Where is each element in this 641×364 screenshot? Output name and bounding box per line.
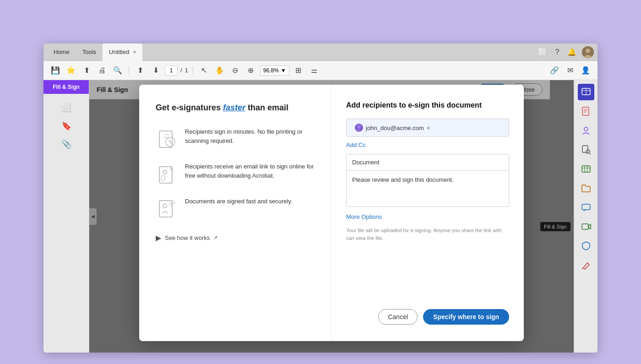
cursor-button[interactable]: ↖	[198, 64, 211, 77]
feature-text-1: Recipients sign in minutes. No file prin…	[185, 127, 315, 145]
zoom-select[interactable]: 96,8% ▼	[260, 65, 289, 76]
svg-rect-28	[582, 204, 590, 210]
shield-icon[interactable]	[578, 238, 594, 254]
save-button[interactable]: 💾	[49, 64, 62, 77]
fit-button[interactable]: ⊞	[292, 64, 305, 77]
svg-rect-30	[582, 224, 588, 229]
svg-rect-7	[159, 167, 172, 183]
svg-point-20	[584, 127, 588, 131]
bookmark-button[interactable]: ⭐	[65, 64, 77, 77]
page-input[interactable]: 1	[165, 65, 178, 76]
sidebar-attachment-icon[interactable]: 📎	[60, 138, 73, 151]
svg-point-12	[357, 125, 361, 129]
tab-bar: Home Tools Untitled × ⬜ ? 🔔	[43, 43, 598, 61]
recipient-field[interactable]: john_dou@acme.com ×	[346, 119, 509, 137]
svg-point-11	[163, 204, 167, 208]
zoom-out-button[interactable]: 🔍	[111, 64, 124, 77]
magnify-doc-icon[interactable]	[578, 141, 594, 158]
email-button[interactable]: ✉	[564, 64, 576, 77]
sidebar-pages-icon[interactable]: ⬜	[60, 101, 73, 114]
nav-up-button[interactable]: ⬆	[134, 64, 147, 77]
svg-line-23	[589, 153, 591, 154]
sidebar-bookmark-icon[interactable]: 🔖	[60, 120, 73, 132]
folder-icon[interactable]	[578, 180, 594, 196]
svg-rect-21	[582, 146, 588, 152]
left-sidebar-icons: ⬜ 🔖 📎	[43, 94, 89, 158]
modal-right-panel: Add recipients to e-sign this document j…	[331, 85, 524, 341]
left-sidebar: Fill & Sign ⬜ 🔖 📎	[43, 80, 89, 353]
modal-left-panel: Get e-signatures faster than email	[139, 85, 331, 341]
toolbar-right: 🔗 ✉ 👤	[548, 64, 592, 77]
upload-button[interactable]: ⬆	[80, 64, 93, 77]
tab-untitled[interactable]: Untitled ×	[103, 43, 142, 61]
modal: Get e-signatures faster than email	[139, 85, 524, 341]
table-icon[interactable]	[578, 161, 594, 177]
svg-rect-9	[161, 176, 165, 180]
document-name-field: Document	[346, 154, 509, 170]
tab-home[interactable]: Home	[47, 43, 76, 61]
app-window: Home Tools Untitled × ⬜ ? 🔔 💾 ⭐ ⬆ 🖨	[43, 43, 598, 353]
see-how-works[interactable]: ▶ See how it works ↗	[156, 234, 315, 242]
modal-headline: Get e-signatures faster than email	[156, 103, 315, 113]
external-link-icon: ↗	[213, 235, 217, 241]
chip-email: john_dou@acme.com	[366, 125, 424, 131]
bell-icon[interactable]: 🔔	[567, 48, 576, 57]
link-button[interactable]: 🔗	[548, 64, 561, 77]
nav-down-button[interactable]: ⬇	[149, 64, 162, 77]
modal-right-title: Add recipients to e-sign this document	[346, 101, 509, 109]
fill-sign-bar-label: Fill & Sign	[43, 80, 89, 94]
comment-icon[interactable]	[578, 199, 594, 216]
upload-notice: Your file will be uploaded for e-signing…	[346, 227, 509, 242]
add-cc-link[interactable]: Add Cc	[346, 141, 509, 148]
help-icon[interactable]: ?	[553, 48, 562, 57]
feature-item-2: Recipients receive an email link to sign…	[156, 162, 315, 184]
zoom-minus-button[interactable]: ⊖	[229, 64, 242, 77]
feature-item-1: Recipients sign in minutes. No file prin…	[156, 127, 315, 149]
avatar[interactable]	[582, 46, 594, 58]
feature-item-3: Documents are signed fast and securely.	[156, 197, 315, 219]
svg-point-1	[586, 49, 590, 53]
video-icon[interactable]: Fill & Sign	[578, 218, 594, 235]
toolbar-sep-1	[129, 66, 129, 75]
ruler-button[interactable]: ⚌	[308, 64, 320, 77]
page-total: 1	[185, 67, 188, 74]
zoom-plus-button[interactable]: ⊕	[244, 64, 257, 77]
faster-link[interactable]: faster	[223, 103, 245, 112]
chip-remove-icon[interactable]: ×	[427, 125, 430, 131]
feature-icon-2	[156, 162, 178, 184]
specify-sign-button[interactable]: Specify where to sign	[423, 309, 509, 325]
modal-footer: Cancel Specify where to sign	[346, 309, 509, 325]
page-sep: /	[180, 67, 182, 74]
toolbar: 💾 ⭐ ⬆ 🖨 🔍 ⬆ ⬇ 1 / 1 ↖ ✋ ⊖ ⊕ 96,8% ▼ ⊞ ⚌ …	[43, 61, 598, 80]
pen-icon[interactable]	[578, 257, 594, 273]
svg-line-32	[582, 268, 583, 269]
feature-icon-1	[156, 127, 178, 149]
list-doc-icon[interactable]	[578, 103, 594, 120]
video-play-icon: ▶	[156, 234, 161, 242]
recipient-chip: john_dou@acme.com ×	[351, 123, 434, 133]
page-nav: 1 / 1	[165, 65, 188, 76]
svg-rect-16	[582, 107, 589, 115]
chip-avatar	[355, 124, 363, 132]
person-button[interactable]: 👤	[579, 64, 592, 77]
modal-overlay: Get e-signatures faster than email	[89, 80, 574, 353]
svg-rect-3	[159, 131, 172, 147]
feature-text-2: Recipients receive an email link to sign…	[185, 162, 315, 180]
cancel-button[interactable]: Cancel	[378, 309, 418, 325]
hand-button[interactable]: ✋	[213, 64, 226, 77]
translate-icon[interactable]	[578, 84, 594, 100]
more-options-link[interactable]: More Options	[346, 213, 509, 220]
message-field[interactable]: Please review and sign this document.	[346, 170, 509, 207]
tab-close-icon[interactable]: ×	[133, 49, 136, 55]
screen-icon[interactable]: ⬜	[538, 48, 547, 57]
tab-tools[interactable]: Tools	[76, 43, 103, 61]
feature-icon-3	[156, 197, 178, 219]
main-area: Fill & Sign ⬜ 🔖 📎 Fill & Sign Next Close…	[43, 80, 598, 353]
right-sidebar: Fill & Sign	[574, 80, 598, 353]
user-badge-icon[interactable]	[578, 122, 594, 139]
tab-bar-right: ⬜ ? 🔔	[538, 46, 594, 58]
toolbar-sep-2	[193, 66, 193, 75]
print-button[interactable]: 🖨	[96, 64, 109, 77]
zoom-chevron-icon: ▼	[281, 67, 286, 74]
doc-area: Fill & Sign Next Close ◀ Get e-signature…	[89, 80, 574, 353]
